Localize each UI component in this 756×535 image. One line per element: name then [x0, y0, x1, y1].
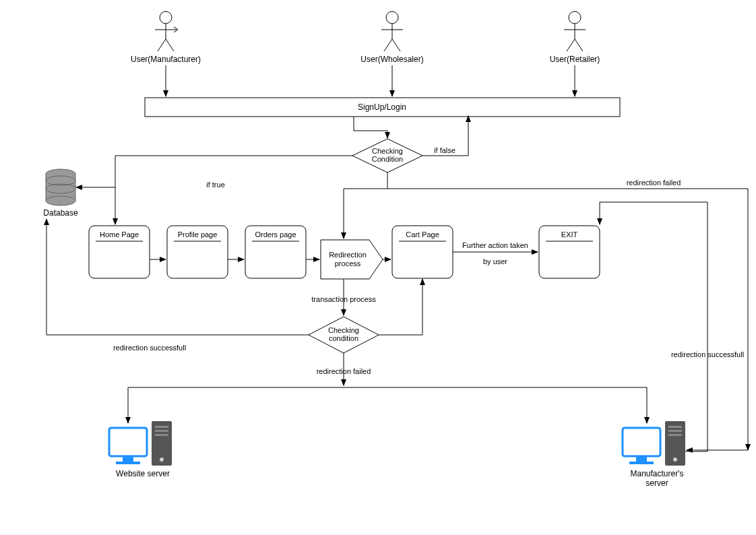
if-true-label: if true: [206, 181, 225, 189]
svg-rect-39: [668, 426, 682, 428]
check1-label2: Condition: [372, 155, 403, 163]
actor-manufacturer: User(Manufacturer): [131, 11, 201, 64]
further-label1: Further action taken: [462, 241, 528, 249]
if-false-label: if false: [434, 146, 455, 154]
exit-label: EXIT: [561, 230, 578, 239]
further-label2: by user: [483, 257, 507, 265]
redir-failed-top-label: redirection failed: [627, 179, 681, 187]
redir-success-left-label: redirection successfull: [113, 344, 186, 352]
redir-success-right-label: redirection successfull: [671, 350, 744, 358]
website-server-label: Website server: [116, 469, 170, 478]
edge-redir-success-right: [600, 202, 707, 451]
svg-rect-36: [629, 462, 654, 464]
svg-point-0: [160, 11, 172, 24]
svg-rect-41: [668, 434, 682, 436]
edge-signup-check1: [354, 117, 387, 138]
actor-retailer-label: User(Retailer): [550, 55, 600, 64]
website-server-icon: Website server: [109, 421, 172, 478]
redirection-label1: Redirection: [329, 251, 367, 259]
cart-page-label: Cart Page: [406, 230, 439, 239]
database-label: Database: [43, 208, 78, 218]
redirection-label2: process: [335, 259, 361, 268]
svg-line-8: [384, 39, 392, 51]
svg-line-14: [575, 39, 583, 51]
actor-retailer: User(Retailer): [550, 11, 600, 64]
svg-point-30: [160, 458, 164, 462]
svg-rect-35: [636, 456, 647, 462]
manuf-server-label1: Manufacturer's: [631, 469, 684, 478]
home-page-label: Home Page: [100, 230, 139, 239]
edge-check1-redir: [344, 189, 387, 239]
actor-wholesaler: User(Wholesaler): [360, 11, 423, 64]
check2-label2: condition: [329, 334, 358, 342]
check1-label1: Checking: [372, 147, 403, 155]
svg-rect-27: [123, 456, 133, 462]
svg-point-5: [386, 11, 398, 24]
svg-line-13: [567, 39, 575, 51]
svg-rect-34: [623, 428, 660, 456]
signup-label: SignUp/Login: [358, 102, 406, 112]
svg-point-18: [46, 196, 75, 206]
edge-check2-cart: [379, 279, 422, 335]
orders-page-label: Orders page: [255, 230, 296, 239]
database-icon: Database: [43, 169, 78, 218]
svg-point-10: [569, 11, 581, 24]
svg-rect-26: [109, 428, 147, 456]
manufacturer-server-icon: Manufacturer's server: [623, 421, 685, 488]
svg-line-4: [166, 39, 174, 51]
redir-failed-mid-label: redirection failed: [317, 367, 371, 375]
svg-rect-33: [155, 434, 168, 436]
svg-line-9: [392, 39, 400, 51]
transaction-label: transaction process: [311, 295, 376, 303]
svg-line-3: [158, 39, 166, 51]
svg-point-38: [673, 458, 677, 462]
actor-manufacturer-label: User(Manufacturer): [131, 55, 201, 64]
svg-rect-40: [668, 430, 682, 432]
svg-rect-31: [155, 426, 168, 428]
svg-rect-28: [116, 462, 140, 464]
check2-label1: Checking: [328, 326, 359, 334]
manuf-server-label2: server: [645, 478, 668, 488]
svg-rect-32: [155, 430, 168, 432]
profile-page-label: Profile page: [178, 230, 218, 239]
actor-wholesaler-label: User(Wholesaler): [360, 55, 423, 64]
